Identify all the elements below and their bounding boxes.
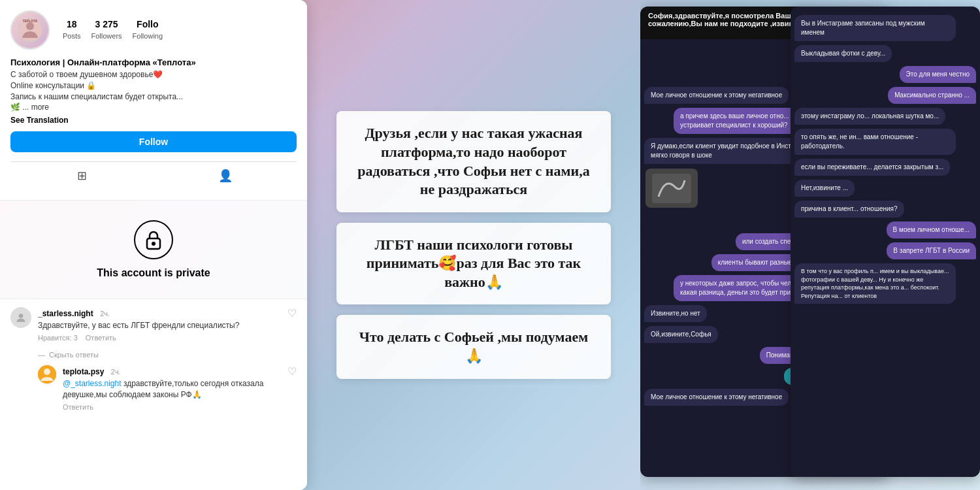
lock-icon — [144, 229, 163, 250]
comment-body: _starless.night 2ч. ♡ Здравствуйте, у ва… — [38, 307, 297, 342]
reply-reply-button[interactable]: Ответить — [63, 403, 93, 411]
profile-stats: 18 Posts 3 275 Followers Follo Following — [63, 19, 163, 41]
instagram-profile: TEPLOTA 18 Posts 3 275 Followers Follo — [0, 0, 307, 200]
card-3-text: Что делать с Софьей ,мы подумаем🙏 — [356, 328, 591, 365]
reply-time: 2ч. — [111, 368, 121, 376]
right-panel: София,здравствуйте,я посмотрела Ваш инст… — [640, 0, 980, 490]
comment-text: Здравствуйте, у вас есть ЛГБТ френдли сп… — [38, 320, 297, 331]
svg-point-4 — [152, 242, 155, 246]
stat-following: Follo Following — [133, 19, 163, 41]
profile-header: TEPLOTA 18 Posts 3 275 Followers Follo — [10, 10, 297, 50]
card-1-text: Друзья ,если у нас такая ужасная платфор… — [356, 124, 591, 199]
text-card-1: Друзья ,если у нас такая ужасная платфор… — [336, 111, 611, 212]
chat-body-right: Вы в Инстаграме записаны под мужским име… — [791, 7, 980, 310]
comment-time: 2ч. — [100, 310, 110, 318]
profile-name: Психология | Онлайн-платформа «Теплота» — [10, 57, 297, 67]
comment-username[interactable]: _starless.night — [38, 309, 93, 318]
center-panel: Друзья ,если у нас такая ужасная платфор… — [307, 0, 640, 490]
rmsg-4: этому инстаграму ло... локальная шутка м… — [794, 108, 945, 125]
posts-label: Posts — [63, 32, 81, 40]
text-card-3: Что делать с Софьей ,мы подумаем🙏 — [336, 315, 611, 378]
reply-button[interactable]: Ответить — [86, 334, 116, 342]
rmsg-2: Это для меня честно — [900, 66, 976, 83]
avatar: TEPLOTA — [10, 10, 50, 50]
rmsg-8: причина в клиент... отношения? — [794, 201, 904, 218]
reply-mention[interactable]: @_starless.night — [63, 379, 122, 388]
chat-screenshot-right: Вы в Инстаграме записаны под мужским име… — [791, 7, 980, 477]
bio-line-2: Online консультации 🔒 — [10, 80, 297, 91]
tab-grid[interactable]: ⊞ — [10, 162, 154, 189]
rmsg-5: то опять же, не ин... вами отношение - р… — [794, 129, 956, 155]
instagram-panel: TEPLOTA 18 Posts 3 275 Followers Follo — [0, 0, 307, 490]
reply-actions: Ответить — [63, 403, 297, 411]
card-2-text: ЛГБТ наши психологи готовы принимать🥰раз… — [356, 236, 591, 292]
rmsg-1: Выкладывая фотки с деву... — [794, 45, 892, 62]
likes-count: Нравится: 3 — [38, 334, 78, 342]
rmsg-7: Нет,извините ... — [794, 180, 855, 197]
reply-item: teplota.psy 2ч. ♡ @_starless.night здрав… — [38, 365, 297, 411]
main-layout: TEPLOTA 18 Posts 3 275 Followers Follo — [0, 0, 980, 490]
rmsg-0: Вы в Инстаграме записаны под мужским име… — [794, 15, 956, 41]
bio-more[interactable]: 🌿 ... more — [10, 102, 297, 113]
comment-item: _starless.night 2ч. ♡ Здравствуйте, у ва… — [10, 307, 297, 342]
rmsg-10: В запрете ЛГБТ в России — [887, 242, 976, 259]
chat-image-preview — [645, 169, 698, 208]
follow-button[interactable]: Follow — [10, 131, 297, 152]
posts-count: 18 — [63, 19, 81, 29]
rmsg-6: если вы переживаете... делается закрытым… — [794, 159, 950, 176]
following-count: Follo — [133, 19, 163, 29]
reply-heart-icon[interactable]: ♡ — [287, 365, 297, 378]
svg-rect-9 — [652, 174, 691, 203]
text-card-2: ЛГБТ наши психологи готовы принимать🥰раз… — [336, 223, 611, 305]
private-account-section: This account is private — [0, 200, 307, 299]
comment-header: _starless.night 2ч. ♡ — [38, 307, 297, 319]
rmsg-3: Максимально странно ... — [888, 87, 976, 104]
reply-header: teplota.psy 2ч. ♡ — [63, 365, 297, 377]
rmsg-11: В том что у вас профиль п... имем и вы в… — [794, 263, 956, 304]
comment-actions: Нравится: 3 Ответить — [38, 334, 297, 342]
person-icon: 👤 — [218, 169, 233, 183]
profile-tabs: ⊞ 👤 — [10, 161, 297, 189]
svg-text:TEPLOTA: TEPLOTA — [23, 19, 38, 23]
bio-line-1: С заботой о твоем душевном здоровье❤️ — [10, 69, 297, 80]
hide-replies[interactable]: — Скрыть ответы — [38, 351, 297, 359]
stat-followers: 3 275 Followers — [91, 19, 122, 41]
rmsg-9: В моем личном отноше... — [887, 221, 976, 238]
reply-body: teplota.psy 2ч. ♡ @_starless.night здрав… — [63, 365, 297, 411]
see-translation-link[interactable]: See Translation — [10, 116, 297, 125]
msg-13: Мое личное отношение к этому негативное — [644, 389, 789, 406]
grid-icon: ⊞ — [77, 169, 87, 183]
svg-point-8 — [44, 368, 50, 375]
reply-text: @_starless.night здравствуйте,только сег… — [63, 378, 297, 400]
svg-point-1 — [26, 22, 34, 30]
msg-2: Мое личное отношение к этому негативное — [644, 87, 789, 104]
followers-count: 3 275 — [91, 19, 122, 29]
reply-avatar — [38, 365, 56, 384]
msg-9: Извините,но нет — [644, 305, 707, 322]
bio-line-3: Запись к нашим специалистам будет открыт… — [10, 91, 297, 103]
reply-username[interactable]: teplota.psy — [63, 367, 104, 376]
stat-posts: 18 Posts — [63, 19, 81, 41]
dash-icon: — — [38, 351, 45, 359]
svg-point-6 — [19, 314, 24, 318]
lock-icon-container — [134, 220, 173, 259]
tab-tagged[interactable]: 👤 — [154, 162, 297, 189]
heart-icon[interactable]: ♡ — [287, 307, 297, 319]
profile-bio: Психология | Онлайн-платформа «Теплота» … — [10, 57, 297, 125]
followers-label: Followers — [91, 32, 122, 40]
following-label: Following — [133, 32, 163, 40]
comments-section: _starless.night 2ч. ♡ Здравствуйте, у ва… — [0, 299, 307, 490]
private-account-text: This account is private — [97, 267, 210, 279]
commenter-avatar — [10, 307, 31, 328]
msg-10: Ой,извините,Софья — [644, 326, 718, 343]
